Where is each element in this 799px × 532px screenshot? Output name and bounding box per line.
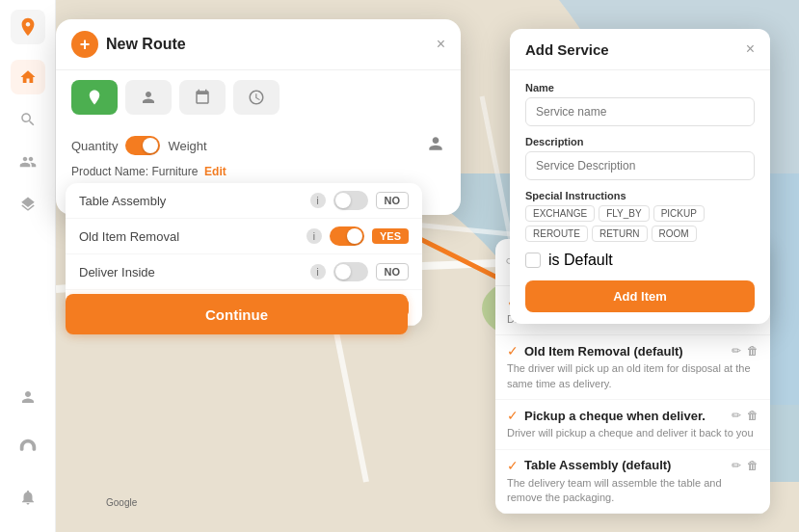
- modal-header: Add Service ×: [510, 29, 770, 70]
- tab-person[interactable]: [125, 80, 172, 115]
- tab-calendar[interactable]: [179, 80, 226, 115]
- add-service-modal: Add Service × Name Description Special I…: [510, 29, 770, 324]
- sidebar-bottom: [11, 380, 45, 522]
- svc-item-actions: ✏ 🗑: [732, 459, 759, 472]
- svc-item-actions: ✏ 🗑: [732, 409, 759, 422]
- edit-product-link[interactable]: Edit: [204, 165, 226, 178]
- name-input[interactable]: [525, 97, 755, 126]
- list-item: ✓ Pickup a cheque when deliver. ✏ 🗑 Driv…: [495, 400, 770, 449]
- delete-icon[interactable]: 🗑: [747, 459, 759, 472]
- old-item-toggle[interactable]: [330, 226, 364, 246]
- name-label: Name: [525, 82, 755, 93]
- tab-clock[interactable]: [233, 80, 280, 115]
- edit-icon[interactable]: ✏: [732, 459, 741, 472]
- tag-reroute[interactable]: REROUTE: [525, 226, 588, 242]
- tag-exchange[interactable]: EXCHANGE: [525, 205, 595, 222]
- svc-item-desc: The delivery team will assemble the tabl…: [507, 476, 759, 506]
- list-item: ✓ Old Item Removal (default) ✏ 🗑 The dri…: [495, 335, 770, 400]
- quantity-weight-row: Quantity Weight: [71, 134, 445, 157]
- delete-icon[interactable]: 🗑: [747, 344, 759, 358]
- modal-title: Add Service: [525, 41, 746, 58]
- tab-location[interactable]: [71, 80, 118, 115]
- svc-item-desc: The driver will pick up an old item for …: [507, 361, 759, 391]
- checkmark-icon: ✓: [507, 343, 519, 359]
- deliver-inside-toggle[interactable]: [333, 262, 368, 281]
- svc-item-header: ✓ Table Assembly (default) ✏ 🗑: [507, 458, 759, 473]
- is-default-row: is Default: [525, 252, 755, 269]
- old-item-removal-row: Old Item Removal i YES: [66, 219, 422, 254]
- svc-item-actions: ✏ 🗑: [732, 344, 759, 358]
- add-item-button[interactable]: Add Item: [525, 280, 755, 312]
- special-tags-row: EXCHANGE FLY_BY PICKUP REROUTE RETURN RO…: [525, 205, 755, 242]
- svc-item-header: ✓ Pickup a cheque when deliver. ✏ 🗑: [507, 408, 759, 423]
- tag-return[interactable]: RETURN: [592, 226, 648, 242]
- sidebar-item-bell[interactable]: [11, 480, 45, 515]
- quantity-toggle[interactable]: [125, 136, 160, 155]
- sidebar: [0, 0, 56, 532]
- table-assembly-row: Table Assembly i NO: [66, 183, 422, 219]
- deliver-inside-row: Deliver Inside i NO: [66, 254, 422, 290]
- svc-item-name: Old Item Removal (default): [524, 344, 683, 359]
- route-close-button[interactable]: ×: [437, 36, 445, 53]
- delete-icon[interactable]: 🗑: [747, 409, 759, 422]
- sidebar-item-headset[interactable]: [11, 430, 45, 465]
- tag-room[interactable]: ROOM: [652, 226, 697, 242]
- sidebar-item-layers[interactable]: [11, 187, 45, 222]
- sidebar-item-home[interactable]: [11, 60, 45, 94]
- list-item: ✓ Table Assembly (default) ✏ 🗑 The deliv…: [495, 450, 770, 515]
- quantity-label: Quantity: [71, 139, 118, 153]
- is-default-label: is Default: [548, 252, 613, 269]
- product-row: Product Name: Furniture Edit: [71, 165, 445, 178]
- continue-button[interactable]: Continue: [66, 294, 408, 334]
- sidebar-logo: [11, 10, 45, 44]
- desc-input[interactable]: [525, 151, 755, 180]
- quantity-toggle-row: Quantity Weight: [71, 136, 207, 155]
- deliver-inside-badge: NO: [376, 263, 410, 280]
- deliver-inside-label: Deliver Inside: [79, 265, 303, 279]
- google-watermark: Google: [106, 497, 137, 508]
- table-assembly-toggle[interactable]: [333, 191, 368, 210]
- svc-item-name: Table Assembly (default): [524, 458, 671, 472]
- deliver-inside-info-icon[interactable]: i: [310, 264, 326, 279]
- old-item-info-icon[interactable]: i: [306, 228, 322, 244]
- table-assembly-info-icon[interactable]: i: [310, 193, 326, 208]
- product-name-label: Product Name:: [71, 165, 148, 178]
- table-assembly-badge: NO: [376, 192, 410, 209]
- tag-pickup[interactable]: PICKUP: [653, 205, 705, 222]
- special-label: Special Instructions: [525, 190, 755, 201]
- route-title: New Route: [106, 36, 429, 53]
- product-name-value: Furniture: [151, 165, 198, 178]
- sidebar-item-user[interactable]: [11, 380, 45, 414]
- modal-body: Name Description Special Instructions EX…: [510, 70, 770, 324]
- old-item-badge: YES: [372, 228, 409, 244]
- sidebar-item-search[interactable]: [11, 102, 45, 137]
- checkmark-icon: ✓: [507, 408, 519, 423]
- route-header: + New Route ×: [56, 19, 461, 70]
- route-add-button[interactable]: +: [71, 31, 98, 58]
- old-item-removal-label: Old Item Removal: [79, 229, 299, 244]
- modal-close-button[interactable]: ×: [746, 40, 755, 58]
- edit-icon[interactable]: ✏: [732, 409, 741, 422]
- table-assembly-label: Table Assembly: [79, 194, 303, 208]
- is-default-checkbox[interactable]: [525, 253, 541, 268]
- sidebar-item-people[interactable]: [11, 145, 45, 179]
- route-tabs: [56, 70, 461, 124]
- tag-flyby[interactable]: FLY_BY: [599, 205, 650, 222]
- user-icon: [426, 134, 445, 153]
- weight-label: Weight: [168, 139, 206, 153]
- svc-item-desc: Driver will pickup a cheque and deliver …: [507, 426, 759, 440]
- edit-icon[interactable]: ✏: [732, 344, 741, 358]
- desc-label: Description: [525, 136, 755, 147]
- svc-item-header: ✓ Old Item Removal (default) ✏ 🗑: [507, 343, 759, 359]
- checkmark-icon: ✓: [507, 458, 519, 473]
- svc-item-name: Pickup a cheque when deliver.: [524, 409, 706, 423]
